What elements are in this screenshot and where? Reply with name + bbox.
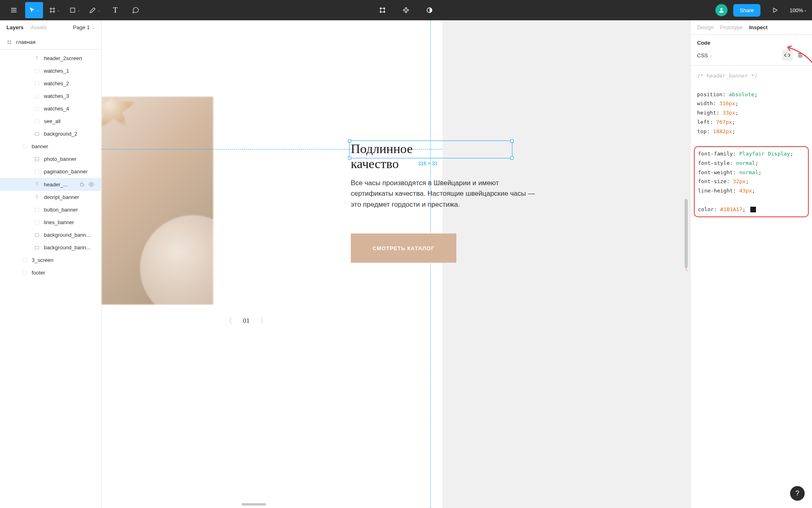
frame-tool[interactable]: ⌄ [45,2,63,18]
help-button[interactable]: ? [790,486,805,501]
layer-row[interactable]: pagination_banner [0,165,101,178]
comment-tool[interactable] [127,2,145,18]
catalog-button[interactable]: СМОТРЕТЬ КАТАЛОГ [351,233,456,263]
visibility-icon[interactable] [88,181,95,188]
svg-rect-23 [23,271,26,275]
page-selector[interactable]: Page 1 ⌄ [73,24,95,30]
banner-description: Все часы производятся в Швейцарии и имею… [351,178,542,210]
code-section-title: Code [697,40,806,46]
svg-rect-16 [80,184,84,186]
layer-row[interactable]: see_all [0,115,101,128]
layer-name: watches_1 [44,68,95,74]
svg-rect-11 [35,119,39,123]
tab-prototype[interactable]: Prototype [720,24,743,30]
svg-rect-10 [35,107,39,110]
user-avatar[interactable] [715,4,728,16]
pagination: 〈 01 〉 [225,316,267,325]
star-shape [102,97,138,133]
layer-row[interactable]: watches_1 [0,65,101,77]
svg-rect-14 [35,157,39,161]
layer-row[interactable]: background_2 [0,128,101,140]
svg-point-6 [720,8,722,10]
edit-object-tool[interactable] [374,2,391,18]
frame-name: главная [16,39,36,45]
move-tool[interactable]: ⌄ [25,2,43,18]
layer-name: background_bann... [44,232,95,238]
svg-rect-8 [35,82,39,85]
code-view-button[interactable] [782,50,793,61]
layer-row[interactable]: watches_3 [0,90,101,102]
code-block[interactable]: /* header_banner */position: absolute;wi… [691,66,812,224]
main-menu-button[interactable] [5,2,23,18]
mask-tool[interactable] [421,2,438,18]
present-button[interactable] [766,2,784,18]
layer-row[interactable]: 3_screen [0,254,101,266]
layer-name: watches_2 [44,80,95,86]
page-label: Page 1 [73,24,90,30]
left-panel: Layers Assets Page 1 ⌄ главная header_2s… [0,20,102,508]
layer-row[interactable]: footer [0,266,101,279]
layer-name: footer [32,270,95,276]
pager-prev-icon[interactable]: 〈 [225,316,232,325]
zoom-control[interactable]: 100% ⌄ [790,7,807,13]
layer-name: header_2screen [44,55,95,61]
layer-row[interactable]: header_2screen [0,52,101,65]
component-tool[interactable] [397,2,415,18]
layers-list: header_2screenwatches_1watches_2watches_… [0,50,101,508]
svg-rect-12 [35,132,39,135]
layer-row[interactable]: photo_banner [0,153,101,165]
svg-rect-7 [35,69,39,73]
selection-handle[interactable] [348,139,351,143]
selection-box[interactable] [349,141,512,158]
pager-current: 01 [243,317,250,325]
photo-banner [102,97,213,305]
code-language-select[interactable]: CSS ⌄ [697,52,713,58]
layer-name: background_bann... [44,244,95,251]
svg-rect-0 [71,8,75,13]
tab-layers[interactable]: Layers [6,24,24,30]
layer-name: see_all [44,118,95,124]
layer-row[interactable]: lines_banner [0,216,101,229]
layer-row[interactable]: watches_2 [0,77,101,90]
layer-row[interactable]: watches_4 [0,102,101,115]
pen-tool[interactable]: ⌄ [86,2,104,18]
svg-point-17 [91,184,92,185]
layer-name: watches_4 [44,106,95,112]
layer-name: decript_banner [44,194,95,200]
unlock-icon[interactable] [79,181,85,187]
left-panel-scrollbar[interactable] [242,503,266,506]
svg-rect-15 [35,170,39,173]
text-tool[interactable]: T [106,2,124,18]
canvas-scrollbar[interactable] [685,199,688,268]
layer-row[interactable]: decript_banner [0,191,101,203]
top-toolbar: ⌄ ⌄ ⌄ ⌄ T Share 100% ⌄ [0,0,812,20]
tab-assets[interactable]: Assets [31,24,47,30]
layer-row[interactable]: banner [0,140,101,153]
svg-point-5 [384,11,385,13]
layer-name: button_banner [44,207,95,213]
share-button[interactable]: Share [733,4,760,17]
table-view-button[interactable] [795,50,806,61]
svg-rect-13 [23,145,26,148]
tab-inspect[interactable]: Inspect [749,24,768,30]
layer-name: header_... [44,182,75,188]
svg-rect-22 [23,258,26,262]
svg-rect-9 [35,94,39,98]
layer-row[interactable]: button_banner [0,203,101,216]
code-language-label: CSS [697,52,708,58]
tab-design[interactable]: Design [697,24,713,30]
frame-row[interactable]: главная [0,35,101,50]
pager-next-icon[interactable]: 〉 [260,316,267,325]
svg-rect-18 [35,208,39,212]
layer-row[interactable]: background_bann... [0,229,101,241]
canvas[interactable]: Подлинное качество 316 × 33 Все часы про… [102,20,690,508]
svg-point-2 [380,8,381,9]
selection-handle[interactable] [348,156,351,160]
selection-handle[interactable] [510,139,514,143]
layer-row[interactable]: header_... [0,178,101,191]
shape-tool[interactable]: ⌄ [66,2,84,18]
selection-handle[interactable] [510,156,514,160]
layer-name: background_2 [44,131,95,137]
watch-shape [140,215,213,305]
layer-row[interactable]: background_bann... [0,241,101,254]
